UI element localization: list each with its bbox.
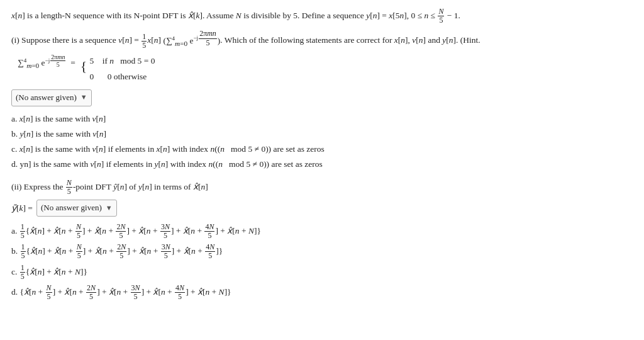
piecewise-lhs: ∑4m=0 e−j2πmn5 = — [18, 54, 75, 72]
part-i-dropdown-row: (No answer given) ▼ — [11, 89, 633, 106]
piecewise-case-1: 5 if n mod 5 = 0 — [89, 54, 155, 69]
part-ii-dropdown[interactable]: (No answer given) ▼ — [36, 200, 117, 217]
piecewise-rhs: 5 if n mod 5 = 0 0 0 otherwise — [89, 54, 155, 84]
choice-d: d. yn] is the same with v[n] if elements… — [11, 158, 633, 171]
part-i-choices: a. x[n] is the same with v[n] b. y[n] is… — [11, 113, 633, 171]
choice-ii-c: c. 15{x̂[n] + x̂[n + N]} — [11, 264, 633, 281]
part-ii-dropdown-row: ỹ[k] = (No answer given) ▼ — [11, 200, 633, 217]
otherwise-text: 0 otherwise — [108, 72, 147, 81]
part-i-dropdown-arrow: ▼ — [80, 92, 87, 103]
choice-b: b. y[n] is the same with v[n] — [11, 128, 633, 140]
choice-ii-b: b. 15{x̂[n] + x̂[n + N5] + x̂[n + 2N5] +… — [11, 243, 633, 260]
part-i-text: (i) Suppose there is a sequence v[n] = 1… — [11, 30, 633, 50]
choice-ii-d: d. {x̂[n + N5] + x̂[n + 2N5] + x̂[n + 3N… — [11, 284, 633, 301]
part-i-dropdown-label: (No answer given) — [16, 91, 77, 105]
top-line: x[n] is a length-N sequence with its N-p… — [11, 8, 633, 25]
piecewise-section: ∑4m=0 e−j2πmn5 = { 5 if n mod 5 = 0 0 0 … — [18, 54, 633, 84]
choice-a: a. x[n] is the same with v[n] — [11, 113, 633, 125]
choice-c: c. x[n] is the same with v[n] if element… — [11, 143, 633, 156]
part-ii-dropdown-arrow: ▼ — [106, 203, 113, 214]
part-i-dropdown[interactable]: (No answer given) ▼ — [11, 89, 92, 106]
piecewise-brace: { — [80, 54, 87, 79]
piecewise-case-2: 0 0 otherwise — [89, 69, 155, 84]
part-ii-text: (ii) Express the N5-point DFT ŷ[n] of y[… — [11, 179, 633, 196]
part-ii-dropdown-label: (No answer given) — [41, 201, 102, 215]
choice-ii-a: a. 15{x̂[n] + x̂[n + N5] + x̂[n + 2N5] +… — [11, 223, 633, 240]
part-ii-section: (ii) Express the N5-point DFT ŷ[n] of y[… — [11, 179, 633, 302]
part-ii-choices: a. 15{x̂[n] + x̂[n + N5] + x̂[n + 2N5] +… — [11, 223, 633, 302]
yk-label: ỹ[k] = — [11, 201, 33, 215]
